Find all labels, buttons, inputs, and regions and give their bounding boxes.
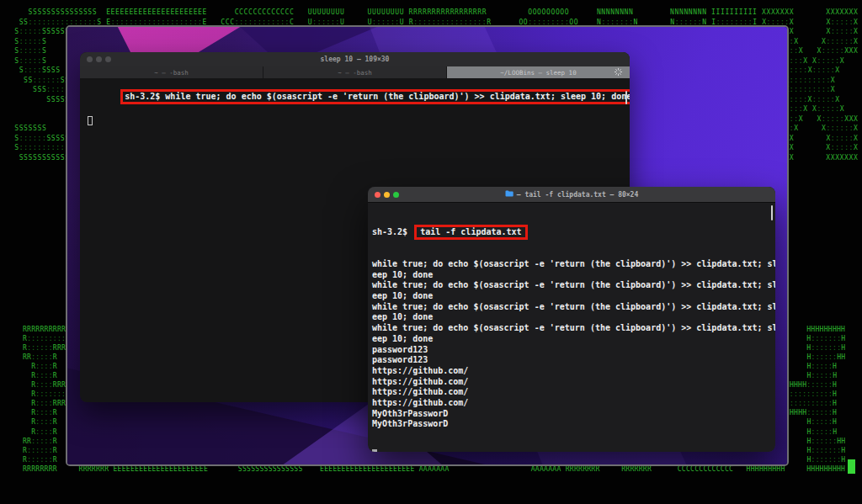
terminal-output-line: eep 10; done [372, 291, 775, 302]
minimize-button[interactable] [96, 56, 102, 62]
active-text-cursor [372, 449, 377, 452]
scrollbar-thumb[interactable] [625, 91, 627, 104]
terminal-output-line: eep 10; done [372, 312, 775, 323]
back-terminal-titlebar[interactable]: sleep 10 — 109×30 [80, 52, 630, 66]
tab-loobins-sleep[interactable]: ~/LOOBins — sleep 10 [447, 66, 630, 78]
terminal-output-line: while true; do echo $(osascript -e 'retu… [372, 323, 775, 334]
shell-prompt-line: sh-3.2$ tail -f clipdata.txt [372, 223, 775, 241]
tab-label: ~ — -bash [154, 69, 189, 77]
zoom-button[interactable] [105, 56, 111, 62]
front-terminal-content[interactable]: sh-3.2$ tail -f clipdata.txt while true;… [368, 203, 775, 452]
window-title: — tail -f clipdata.txt — 80×24 [517, 191, 639, 199]
terminal-output-line: https://github.com/ [372, 398, 775, 409]
red-highlight-box: sh-3.2$ while true; do echo $(osascript … [120, 89, 630, 104]
shell-prompt: sh-3.2$ [372, 227, 412, 236]
terminal-output-line: https://github.com/ [372, 377, 775, 388]
terminal-output-line: while true; do echo $(osascript -e 'retu… [372, 259, 775, 270]
front-terminal-titlebar[interactable]: — tail -f clipdata.txt — 80×24 [368, 187, 775, 203]
terminal-output-line: password123 [372, 345, 775, 356]
tab-label: ~ — -bash [338, 69, 372, 77]
inactive-text-cursor [88, 116, 93, 125]
folder-proxy-icon [505, 190, 513, 199]
desktop-screenshot: sleep 10 — 109×30 ~ — -bash ~ — -bash ~/… [66, 25, 789, 466]
scrollbar-thumb[interactable] [771, 205, 773, 220]
close-button[interactable] [375, 192, 380, 198]
minimize-button[interactable] [384, 192, 390, 198]
tab-bash-1[interactable]: ~ — -bash [80, 66, 263, 78]
highlighted-command: tail -f clipdata.txt [420, 227, 521, 236]
terminal-output-line: while true; do echo $(osascript -e 'retu… [372, 280, 775, 291]
tab-activity-spinner-icon [615, 68, 622, 77]
terminal-output-line: https://github.com/ [372, 387, 775, 398]
tab-bar: ~ — -bash ~ — -bash ~/LOOBins — sleep 10 [80, 66, 630, 78]
terminal-output-line: MyOth3rPassworD [372, 409, 775, 420]
terminal-output-line: password123 [372, 355, 775, 366]
tab-label: ~/LOOBins — sleep 10 [500, 69, 576, 77]
terminal-output-line: https://github.com/ [372, 366, 775, 377]
shell-command-line: sh-3.2$ while true; do echo $(osascript … [125, 92, 630, 101]
terminal-output: while true; do echo $(osascript -e 'retu… [372, 259, 775, 430]
terminal-output-line: eep 10; done [372, 334, 775, 345]
background-terminal-block-cursor [848, 459, 855, 474]
terminal-output-line: eep 10; done [372, 270, 775, 281]
red-highlight-box: tail -f clipdata.txt [414, 225, 527, 240]
terminal-output-line: while true; do echo $(osascript -e 'retu… [372, 302, 775, 313]
zoom-button[interactable] [393, 192, 399, 198]
window-title: sleep 10 — 109×30 [80, 56, 630, 63]
terminal-output-line: MyOth3rPassworD [372, 419, 775, 430]
front-terminal-window[interactable]: — tail -f clipdata.txt — 80×24 sh-3.2$ t… [368, 187, 775, 452]
back-terminal-content[interactable]: sh-3.2$ while true; do echo $(osascript … [80, 78, 630, 144]
tab-bash-2[interactable]: ~ — -bash [263, 66, 447, 78]
close-button[interactable] [87, 56, 93, 62]
